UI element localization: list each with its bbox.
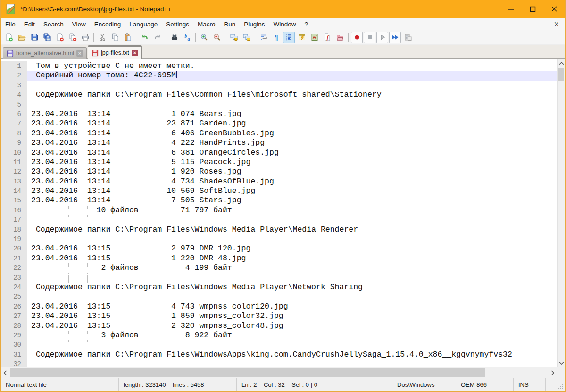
editor-line-29[interactable]: 29 3 файлов 8 922 байт [1,331,557,340]
line-text[interactable]: 23.04.2016 13:14 5 115 Peacock.jpg [27,158,557,167]
tab-home_alternative.html[interactable]: home_alternative.html× [3,47,87,59]
new-file-button[interactable] [3,32,15,43]
editor-line-2[interactable]: 2 Серийный номер тома: 4C22-695M [1,71,557,80]
line-number[interactable]: 23 [1,273,27,283]
tab-close-icon[interactable]: × [132,50,138,56]
close-all-button[interactable] [67,32,78,43]
line-number[interactable]: 29 [1,331,27,340]
editor-line-22[interactable]: 22 2 файлов 4 199 байт [1,263,557,273]
line-number[interactable]: 32 [1,359,27,367]
line-number[interactable]: 22 [1,263,27,273]
editor-line-24[interactable]: 24 Содержимое папки C:\Program Files\Win… [1,283,557,292]
editor-line-13[interactable]: 1323.04.2016 13:14 4 734 ShadesOfBlue.jp… [1,177,557,186]
line-number[interactable]: 26 [1,302,27,311]
line-text[interactable]: 23.04.2016 13:14 23 871 Garden.jpg [27,119,557,128]
cut-button[interactable] [96,32,108,43]
line-text[interactable]: 10 файлов 71 797 байт [27,206,557,215]
macro-run-multiple-button[interactable] [389,32,401,43]
scroll-right-icon[interactable] [549,367,557,378]
line-text[interactable]: 23.04.2016 13:14 7 505 Stars.jpg [27,196,557,205]
menu-file[interactable]: File [1,19,20,30]
line-text[interactable]: Содержимое папки C:\Program Files\Common… [27,90,557,100]
menu-search[interactable]: Search [39,19,68,30]
save-file-button[interactable] [28,32,40,43]
line-number[interactable]: 11 [1,158,27,167]
editor-line-11[interactable]: 1123.04.2016 13:14 5 115 Peacock.jpg [1,158,557,167]
editor-line-5[interactable]: 5 [1,100,557,109]
line-number[interactable]: 14 [1,186,27,196]
vertical-scroll-track[interactable] [558,67,565,359]
line-text[interactable]: Содержимое папки C:\Program Files\Window… [27,350,557,359]
line-text[interactable]: 23.04.2016 13:14 6 381 OrangeCircles.jpg [27,148,557,158]
line-text[interactable]: 23.04.2016 13:14 6 406 GreenBubbles.jpg [27,129,557,138]
tab-close-icon[interactable]: × [76,50,83,57]
line-text[interactable] [27,340,557,350]
status-encoding[interactable]: OEM 866 [456,378,514,391]
line-text[interactable]: 23.04.2016 13:14 1 920 Roses.jpg [27,167,557,176]
editor-line-21[interactable]: 2123.04.2016 13:15 1 220 DMR_48.jpg [1,254,557,263]
line-text[interactable]: 2 файлов 4 199 байт [27,263,557,273]
line-number[interactable]: 8 [1,129,27,138]
line-text[interactable]: 23.04.2016 13:15 2 979 DMR_120.jpg [27,244,557,253]
line-number[interactable]: 7 [1,119,27,128]
line-text[interactable]: 23.04.2016 13:14 10 569 SoftBlue.jpg [27,186,557,196]
line-text[interactable]: Содержимое папки C:\Program Files\Window… [27,283,557,292]
status-insert-mode[interactable]: INS [514,378,546,391]
menu-encoding[interactable]: Encoding [90,19,125,30]
line-number[interactable]: 27 [1,311,27,321]
editor-line-17[interactable]: 17 [1,215,557,225]
word-wrap-button[interactable] [258,32,269,43]
editor-line-9[interactable]: 923.04.2016 13:14 4 222 HandPrints.jpg [1,138,557,148]
line-number[interactable]: 20 [1,244,27,253]
menu-close-x[interactable]: X [548,21,565,28]
editor-line-30[interactable]: 30 [1,340,557,350]
editor-line-19[interactable]: 19 [1,234,557,244]
print-button[interactable] [79,32,91,43]
scroll-left-icon[interactable] [1,367,9,378]
editor-line-28[interactable]: 2823.04.2016 13:15 2 320 wmpnss_color48.… [1,321,557,331]
line-text[interactable]: Содержимое папки C:\Program Files\Window… [27,225,557,234]
line-number[interactable]: 16 [1,206,27,215]
horizontal-scroll-track[interactable] [9,367,549,378]
line-number[interactable]: 3 [1,81,27,90]
sync-horizontal-scroll-button[interactable] [241,32,252,43]
line-number[interactable]: 28 [1,321,27,331]
editor-line-1[interactable]: 1 Том в устройстве C не имеет метки. [1,61,557,71]
editor-line-7[interactable]: 723.04.2016 13:14 23 871 Garden.jpg [1,119,557,128]
line-number[interactable]: 10 [1,148,27,158]
replace-button[interactable]: ba [181,32,193,43]
line-text[interactable]: 23.04.2016 13:15 1 859 wmpnss_color32.jp… [27,311,557,321]
macro-record-button[interactable] [351,32,363,43]
line-number[interactable]: 25 [1,292,27,301]
line-number[interactable]: 18 [1,225,27,234]
line-number[interactable]: 9 [1,138,27,148]
line-text[interactable]: Серийный номер тома: 4C22-695M [27,71,557,80]
copy-button[interactable] [109,32,121,43]
line-text[interactable]: 23.04.2016 13:15 2 320 wmpnss_color48.jp… [27,321,557,331]
text-editor[interactable]: 1 Том в устройстве C не имеет метки.2 Се… [1,59,557,367]
editor-line-10[interactable]: 1023.04.2016 13:14 6 381 OrangeCircles.j… [1,148,557,158]
line-number[interactable]: 21 [1,254,27,263]
editor-line-31[interactable]: 31 Содержимое папки C:\Program Files\Win… [1,350,557,359]
line-number[interactable]: 1 [1,61,27,71]
notepad-plus-plus-icon[interactable] [5,3,17,15]
close-file-button[interactable] [54,32,66,43]
line-text[interactable]: Том в устройстве C не имеет метки. [27,61,557,71]
line-text[interactable]: 23.04.2016 13:15 1 220 DMR_48.jpg [27,254,557,263]
status-cursor-position[interactable]: Ln : 2 Col : 32 Sel : 0 | 0 [237,378,392,391]
editor-line-18[interactable]: 18 Содержимое папки C:\Program Files\Win… [1,225,557,234]
find-button[interactable] [168,32,180,43]
line-text[interactable] [27,359,557,367]
tab-jpg-files.txt[interactable]: jpg-files.txt× [88,45,142,59]
editor-line-20[interactable]: 2023.04.2016 13:15 2 979 DMR_120.jpg [1,244,557,253]
editor-line-6[interactable]: 623.04.2016 13:14 1 074 Bears.jpg [1,109,557,119]
function-list-button[interactable]: f [321,32,333,43]
paste-button[interactable] [122,32,133,43]
macro-play-button[interactable] [376,32,388,43]
line-number[interactable]: 30 [1,340,27,350]
minimize-icon[interactable] [500,0,522,18]
horizontal-scrollbar[interactable] [1,367,565,378]
line-text[interactable]: 23.04.2016 13:14 1 074 Bears.jpg [27,109,557,119]
zoom-out-button[interactable] [211,32,223,43]
editor-line-16[interactable]: 16 10 файлов 71 797 байт [1,206,557,215]
